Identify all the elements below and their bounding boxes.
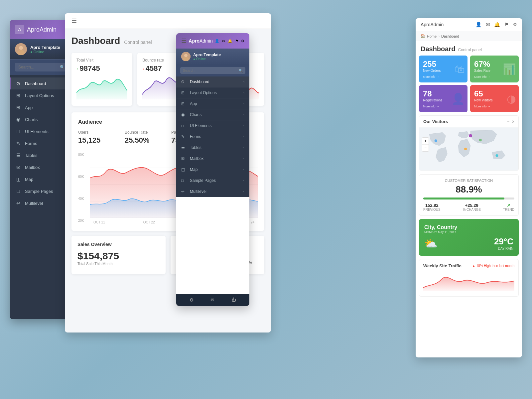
nav-label: Charts	[190, 112, 201, 117]
satisfaction-value: 88.9%	[423, 184, 514, 195]
charts-icon: ◉	[181, 112, 187, 117]
mid-nav-map[interactable]: ◫ Map ‹	[176, 164, 249, 175]
mid-nav-layout[interactable]: ⊞ Layout Options ‹	[176, 87, 249, 98]
mail-icon[interactable]: ✉	[486, 22, 490, 28]
search-icon: 🔍	[60, 65, 65, 69]
mid-topbar: ☰ AproAdmin 👤 ✉ 🔔 ⚑ ⚙	[176, 33, 249, 49]
nav-item-sample[interactable]: □ Sample Pages ‹	[10, 185, 73, 197]
mid-search-input[interactable]	[183, 68, 239, 72]
app-icon: ⊞	[181, 101, 187, 106]
right-topbar-icons: 👤 ✉ 🔔 ⚑ ⚙	[475, 22, 517, 28]
mid-nav-mailbox[interactable]: ✉ Mailbox ‹	[176, 153, 249, 164]
nav-arrow: ‹	[243, 190, 244, 193]
mid-sidebar: ☰ AproAdmin 👤 ✉ 🔔 ⚑ ⚙ Apro Template ● On…	[176, 33, 249, 306]
nav-label: Map	[190, 167, 198, 172]
zoom-in-button[interactable]: +	[422, 138, 429, 145]
traffic-badge: ▲ 18% High then last month	[472, 264, 514, 268]
nav-label: App	[190, 101, 197, 106]
world-map	[419, 127, 518, 171]
page-title: Dashboard	[71, 36, 120, 46]
search-input[interactable]	[18, 65, 60, 69]
search-container: 🔍	[10, 60, 73, 75]
nav-label: UI Elements	[190, 123, 211, 128]
right-page-title-container: Dashboard Control panel	[416, 41, 522, 56]
nav-label: Layout Options	[190, 90, 217, 95]
nav-arrow: ‹	[243, 91, 244, 94]
nav-item-tables[interactable]: ☰ Tables ‹	[10, 149, 73, 161]
flag-icon[interactable]: ⚑	[504, 22, 509, 28]
nav-arrow: ‹	[243, 124, 244, 127]
stat-indicator: ↓	[142, 66, 144, 70]
mid-nav-sample[interactable]: □ Sample Pages ‹	[176, 175, 249, 186]
mid-nav-forms[interactable]: ✎ Forms ‹	[176, 131, 249, 142]
bell-icon[interactable]: 🔔	[228, 39, 232, 43]
mid-nav-ui[interactable]: □ UI Elements ‹	[176, 120, 249, 131]
stat-value: 4587	[146, 64, 162, 73]
mid-nav-charts[interactable]: ◉ Charts ‹	[176, 109, 249, 120]
mid-footer-icons: ⚙ ✉ ⏻	[176, 294, 249, 306]
svg-point-11	[435, 139, 437, 142]
nav-arrow: ‹	[243, 80, 244, 83]
mid-user-name: Apro Template	[193, 53, 221, 57]
nav-item-forms[interactable]: ✎ Forms ‹	[10, 137, 73, 149]
page-subtitle: Control panel	[124, 40, 152, 45]
mid-nav-tables[interactable]: ☰ Tables ‹	[176, 142, 249, 153]
nav-item-multilevel[interactable]: ↩ Multilevel ‹	[10, 197, 73, 209]
nav-arrow: ‹	[243, 179, 244, 182]
more-info-link[interactable]: More info →	[474, 105, 515, 108]
mid-nav-dashboard[interactable]: ⊙ Dashboard ‹	[176, 76, 249, 87]
mid-hamburger[interactable]: ☰	[181, 37, 187, 45]
dashboard-icon: ⊙	[181, 79, 187, 84]
mail-icon[interactable]: ✉	[222, 39, 225, 43]
user-icon: 👤	[452, 92, 465, 105]
weather-city: City, Country	[424, 224, 513, 230]
power-icon[interactable]: ⏻	[231, 297, 236, 303]
flag-icon[interactable]: ⚑	[235, 39, 238, 43]
close-button[interactable]: ×	[512, 119, 514, 124]
more-info-link[interactable]: More info →	[474, 75, 515, 78]
sat-change: +25.29 % CHANGE	[463, 203, 480, 211]
right-panel: AproAdmin 👤 ✉ 🔔 ⚑ ⚙ 🏠 Home › Dashboard D…	[416, 18, 522, 357]
nav-item-layout[interactable]: ⊞ Layout Options ‹	[10, 89, 73, 101]
y-axis: 80K 60K 40K 20K	[78, 151, 87, 224]
zoom-out-button[interactable]: −	[422, 145, 429, 151]
nav-label: Dashboard	[190, 79, 209, 84]
main-topbar: ☰	[65, 13, 271, 29]
bell-icon[interactable]: 🔔	[494, 22, 500, 28]
forms-icon: ✎	[15, 141, 22, 146]
more-info-link[interactable]: More info →	[423, 105, 464, 108]
nav-label: Sample Pages	[190, 178, 216, 183]
map-icon: ◫	[15, 177, 22, 182]
left-brand-title: AproAdmin	[27, 26, 57, 33]
sat-previous: 152.82 PREVIOUS	[423, 203, 441, 211]
gear-icon[interactable]: ⚙	[241, 39, 244, 43]
gear-icon[interactable]: ⚙	[513, 22, 517, 28]
sample-icon: □	[181, 178, 187, 183]
mid-nav-multilevel[interactable]: ↩ Multilevel ‹	[176, 186, 249, 197]
stat-value: 98745	[80, 64, 100, 73]
nav-label: Sample Pages	[25, 189, 53, 194]
sample-icon: □	[15, 189, 22, 194]
svg-point-8	[184, 54, 188, 57]
nav-item-dashboard[interactable]: ⊙ Dashboard ‹	[10, 77, 73, 89]
settings-icon[interactable]: ⚙	[190, 297, 194, 303]
minimize-button[interactable]: −	[507, 119, 509, 124]
hamburger-icon[interactable]: ☰	[71, 17, 77, 25]
nav-item-charts[interactable]: ◉ Charts ‹	[10, 113, 73, 125]
mid-header-icons: 👤 ✉ 🔔 ⚑ ⚙	[215, 39, 244, 43]
nav-item-ui[interactable]: □ UI Elements ‹	[10, 125, 73, 137]
nav-label: Forms	[190, 134, 201, 139]
nav-item-map[interactable]: ◫ Map ‹	[10, 173, 73, 185]
tables-icon: ☰	[181, 145, 187, 150]
user-info: Apro Template ● Online	[30, 45, 60, 54]
more-info-link[interactable]: More info →	[423, 75, 464, 78]
mail-footer-icon[interactable]: ✉	[210, 297, 214, 303]
nav-item-app[interactable]: ⊞ App ‹	[10, 101, 73, 113]
mid-nav-app[interactable]: ⊞ App ‹	[176, 98, 249, 109]
traffic-header: Weekly Site Traffic ▲ 18% High then last…	[423, 263, 514, 268]
nav-item-mailbox[interactable]: ✉ Mailbox ‹	[10, 161, 73, 173]
mid-user-profile: Apro Template ● Online	[176, 49, 249, 65]
user-avatar-icon: 👤	[215, 39, 219, 43]
stat-registrations: 78 Registrations More info → 👤	[419, 85, 467, 112]
nav-label: Forms	[25, 141, 37, 146]
